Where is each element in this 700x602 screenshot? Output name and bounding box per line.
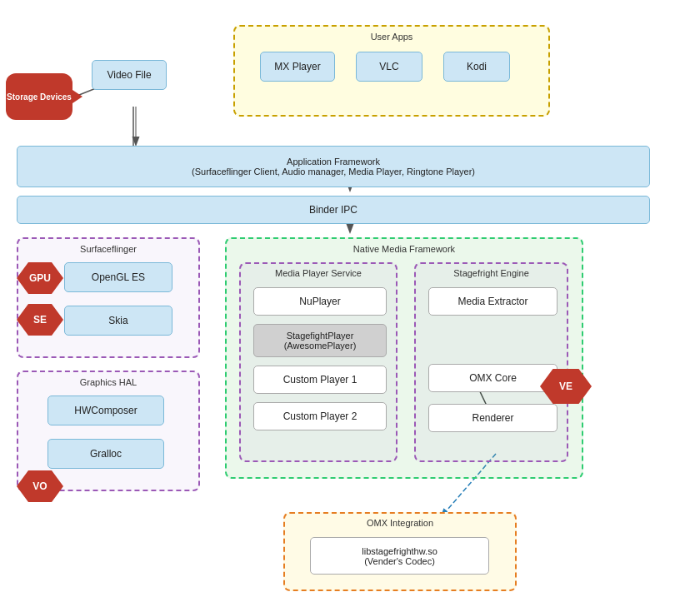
video-file-box: Video File <box>92 60 167 90</box>
stagefright-engine-container: Stagefright Engine Media Extractor OMX C… <box>414 262 568 462</box>
diagram: Storage Devices Video File User Apps MX … <box>0 0 700 602</box>
omx-core-box: OMX Core <box>428 364 558 392</box>
gpu-hexagon: GPU <box>17 262 63 294</box>
user-apps-container: User Apps MX Player VLC Kodi <box>233 25 550 117</box>
se-hexagon: SE <box>17 304 63 336</box>
kodi-box: Kodi <box>443 52 510 82</box>
omx-integration-label: OMX Integration <box>285 518 515 528</box>
surfaceflinger-label: Surfaceflinger <box>18 244 198 254</box>
graphics-hal-label: Graphics HAL <box>18 377 198 387</box>
media-player-service-label: Media Player Service <box>241 268 396 278</box>
storage-devices: Storage Devices <box>6 73 72 120</box>
custom-player-1-box: Custom Player 1 <box>253 366 387 394</box>
mx-player-box: MX Player <box>260 52 335 82</box>
binder-ipc-box: Binder IPC <box>17 196 650 224</box>
vo-hexagon: VO <box>17 470 63 502</box>
app-framework-box: Application Framework(Surfaceflinger Cli… <box>17 146 650 187</box>
user-apps-label: User Apps <box>235 32 548 42</box>
gralloc-box: Gralloc <box>48 439 164 469</box>
stagefright-player-box: StagefightPlayer(AwesomePlayer) <box>253 324 387 357</box>
media-player-service-container: Media Player Service NuPlayer Stagefight… <box>239 262 398 462</box>
native-media-label: Native Media Framework <box>227 244 582 254</box>
skia-box: Skia <box>64 306 172 336</box>
opengl-es-box: OpenGL ES <box>64 262 172 292</box>
ve-hexagon: VE <box>540 369 592 404</box>
renderer-box: Renderer <box>428 404 558 432</box>
vlc-box: VLC <box>356 52 422 82</box>
native-media-container: Native Media Framework Media Player Serv… <box>225 237 583 479</box>
surfaceflinger-container: Surfaceflinger OpenGL ES Skia <box>17 237 200 358</box>
libstage-box: libstagefrighthw.so(Vender's Codec) <box>310 537 489 575</box>
media-extractor-box: Media Extractor <box>428 287 558 316</box>
omx-integration-container: OMX Integration libstagefrighthw.so(Vend… <box>283 512 517 591</box>
custom-player-2-box: Custom Player 2 <box>253 402 387 430</box>
nuplayer-box: NuPlayer <box>253 287 387 316</box>
stagefright-engine-label: Stagefright Engine <box>416 268 567 278</box>
hwcomposer-box: HWComposer <box>48 396 164 425</box>
